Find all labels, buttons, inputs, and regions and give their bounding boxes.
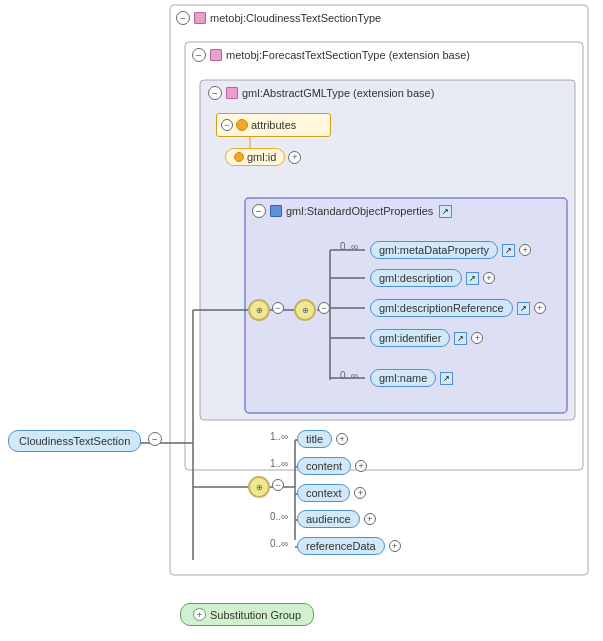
outer-icon bbox=[194, 12, 206, 24]
outer-minus[interactable]: − bbox=[176, 11, 190, 25]
identifier-pill: gml:identifier bbox=[370, 329, 450, 347]
ident-link-icon[interactable]: ↗ bbox=[454, 332, 467, 345]
title-row: title + bbox=[297, 430, 348, 448]
refdata-row: referenceData + bbox=[297, 537, 401, 555]
standard-link-icon[interactable]: ↗ bbox=[439, 205, 452, 218]
forecast-minus[interactable]: − bbox=[192, 48, 206, 62]
refdata-mult: 0..∞ bbox=[270, 538, 288, 549]
main-node[interactable]: CloudinessTextSection bbox=[8, 430, 141, 452]
title-pill: title bbox=[297, 430, 332, 448]
abstract-icon bbox=[226, 87, 238, 99]
attributes-minus[interactable]: − bbox=[221, 119, 233, 131]
name-pill: gml:name bbox=[370, 369, 436, 387]
abstract-box-header: − gml:AbstractGMLType (extension base) bbox=[208, 86, 434, 100]
gml-id-icon bbox=[234, 152, 244, 162]
gml-id-plus[interactable]: + bbox=[288, 151, 301, 164]
node2-minus[interactable]: − bbox=[318, 302, 330, 314]
main-node-minus[interactable]: − bbox=[148, 432, 162, 446]
substitution-group-label: Substitution Group bbox=[210, 609, 301, 621]
attributes-box: − attributes bbox=[216, 113, 331, 137]
audience-row: audience + bbox=[297, 510, 376, 528]
refdata-plus[interactable]: + bbox=[389, 540, 401, 552]
refdata-pill: referenceData bbox=[297, 537, 385, 555]
content-row: content + bbox=[297, 457, 367, 475]
context-plus[interactable]: + bbox=[354, 487, 366, 499]
diagram-container: − metobj:CloudinessTextSectionType − met… bbox=[0, 0, 603, 641]
descref-plus[interactable]: + bbox=[534, 302, 546, 314]
node-circle-1[interactable]: ⊕ bbox=[248, 299, 270, 321]
sub-plus[interactable]: + bbox=[193, 608, 206, 621]
standard-label: gml:StandardObjectProperties bbox=[286, 205, 433, 217]
desc-plus[interactable]: + bbox=[483, 272, 495, 284]
audience-pill: audience bbox=[297, 510, 360, 528]
attributes-label: attributes bbox=[251, 119, 296, 131]
descref-link-icon[interactable]: ↗ bbox=[517, 302, 530, 315]
meta-data-property-row: gml:metaDataProperty ↗ + bbox=[370, 241, 531, 259]
description-ref-pill: gml:descriptionReference bbox=[370, 299, 513, 317]
meta-data-property-pill: gml:metaDataProperty bbox=[370, 241, 498, 259]
name-row: gml:name ↗ bbox=[370, 369, 453, 387]
node3-minus[interactable]: − bbox=[272, 479, 284, 491]
audience-mult: 0..∞ bbox=[270, 511, 288, 522]
content-plus[interactable]: + bbox=[355, 460, 367, 472]
attributes-icon bbox=[236, 119, 248, 131]
context-pill: context bbox=[297, 484, 350, 502]
name-link-icon[interactable]: ↗ bbox=[440, 372, 453, 385]
description-pill: gml:description bbox=[370, 269, 462, 287]
node1-minus[interactable]: − bbox=[272, 302, 284, 314]
forecast-label: metobj:ForecastTextSectionType (extensio… bbox=[226, 49, 470, 61]
meta-link-icon[interactable]: ↗ bbox=[502, 244, 515, 257]
meta-plus[interactable]: + bbox=[519, 244, 531, 256]
desc-link-icon[interactable]: ↗ bbox=[466, 272, 479, 285]
audience-plus[interactable]: + bbox=[364, 513, 376, 525]
forecast-icon bbox=[210, 49, 222, 61]
content-pill: content bbox=[297, 457, 351, 475]
standard-minus[interactable]: − bbox=[252, 204, 266, 218]
abstract-label: gml:AbstractGMLType (extension base) bbox=[242, 87, 434, 99]
identifier-row: gml:identifier ↗ + bbox=[370, 329, 483, 347]
abstract-minus[interactable]: − bbox=[208, 86, 222, 100]
outer-box-header: − metobj:CloudinessTextSectionType bbox=[176, 11, 381, 25]
main-node-label: CloudinessTextSection bbox=[19, 435, 130, 447]
description-row: gml:description ↗ + bbox=[370, 269, 495, 287]
meta-mult: 0..∞ bbox=[340, 241, 358, 252]
gml-id-pill: gml:id bbox=[225, 148, 285, 166]
title-mult: 1..∞ bbox=[270, 431, 288, 442]
node-circle-3[interactable]: ⊕ bbox=[248, 476, 270, 498]
content-mult: 1..∞ bbox=[270, 458, 288, 469]
ident-plus[interactable]: + bbox=[471, 332, 483, 344]
description-ref-row: gml:descriptionReference ↗ + bbox=[370, 299, 546, 317]
substitution-group[interactable]: + Substitution Group bbox=[180, 603, 314, 626]
standard-icon bbox=[270, 205, 282, 217]
gml-id-row: gml:id + bbox=[225, 148, 301, 166]
node-circle-2[interactable]: ⊕ bbox=[294, 299, 316, 321]
forecast-box-header: − metobj:ForecastTextSectionType (extens… bbox=[192, 48, 470, 62]
title-plus[interactable]: + bbox=[336, 433, 348, 445]
context-row: context + bbox=[297, 484, 366, 502]
name-mult: 0..∞ bbox=[340, 370, 358, 381]
gml-id-label: gml:id bbox=[247, 151, 276, 163]
outer-label: metobj:CloudinessTextSectionType bbox=[210, 12, 381, 24]
standard-box-header: − gml:StandardObjectProperties ↗ bbox=[252, 204, 452, 218]
